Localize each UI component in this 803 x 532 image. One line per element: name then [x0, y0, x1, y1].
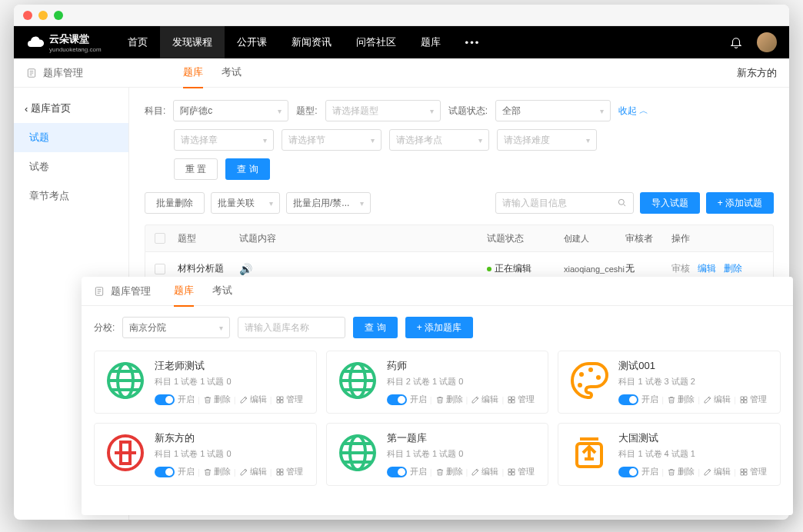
table-header: 题型 试题内容 试题状态 创建人 审核者 操作	[145, 224, 774, 252]
card-delete[interactable]: 删除	[203, 394, 231, 405]
toggle-label: 开启	[410, 466, 427, 477]
card-edit[interactable]: 编辑	[239, 394, 267, 405]
bank-name-input[interactable]	[238, 317, 345, 338]
sidebar-item-1[interactable]: 试卷	[14, 152, 128, 181]
card-delete[interactable]: 删除	[435, 466, 463, 477]
select-all-checkbox[interactable]	[155, 233, 165, 244]
import-button[interactable]: 导入试题	[640, 192, 700, 214]
toggle-open[interactable]	[155, 467, 175, 477]
query-button[interactable]: 查 询	[225, 158, 269, 180]
subheader-tab-1[interactable]: 考试	[222, 58, 242, 88]
toggle-open[interactable]	[155, 394, 175, 405]
svg-point-7	[579, 372, 584, 377]
section-select[interactable]: 请选择节▾	[282, 129, 382, 151]
reset-button[interactable]: 重 置	[174, 158, 218, 180]
chevron-left-icon: ‹	[25, 103, 28, 115]
card-manage[interactable]: 管理	[507, 394, 535, 405]
search-icon[interactable]	[617, 198, 628, 208]
subject-label: 科目:	[145, 105, 165, 118]
card-meta: 科目 1 试卷 1 试题 0	[387, 448, 539, 460]
logo[interactable]: 云朵课堂 yunduoketang.com	[26, 32, 102, 53]
bell-icon[interactable]	[729, 35, 743, 49]
nav-item-2[interactable]: 公开课	[225, 26, 279, 58]
branch-select[interactable]: 南京分院▾	[122, 317, 230, 338]
subheader-tab-0[interactable]: 题库	[183, 58, 203, 88]
action-review[interactable]: 审核	[671, 262, 690, 275]
toggle-open[interactable]	[387, 467, 407, 477]
card-meta: 科目 1 试卷 1 试题 0	[155, 448, 307, 460]
nav-item-1[interactable]: 发现课程	[160, 26, 225, 58]
bank-card: 新东方的 科目 1 试卷 1 试题 0 开启 | 删除 | 编辑 | 管理	[94, 423, 317, 486]
chapter-select[interactable]: 请选择章▾	[174, 129, 274, 151]
add-question-button[interactable]: + 添加试题	[706, 192, 774, 214]
card-delete[interactable]: 删除	[667, 466, 695, 477]
card-manage[interactable]: 管理	[739, 466, 767, 477]
batch-delete-button[interactable]: 批量删除	[145, 192, 205, 214]
subject-value: 阿萨德c	[180, 105, 212, 118]
action-edit[interactable]: 编辑	[698, 262, 716, 275]
subheader-title: 题库管理	[43, 66, 83, 80]
th-creator: 创建人	[564, 233, 625, 244]
minimize-window-icon[interactable]	[38, 11, 48, 20]
card-title: 汪老师测试	[155, 359, 307, 373]
search-input[interactable]	[495, 192, 634, 214]
toggle-label: 开启	[641, 466, 658, 477]
overlay-query-button[interactable]: 查 询	[353, 317, 397, 338]
nav-item-3[interactable]: 新闻资讯	[279, 26, 344, 58]
card-manage[interactable]: 管理	[275, 466, 303, 477]
cell-reviewer: 无	[625, 262, 671, 275]
bank-card: 药师 科目 2 试卷 1 试题 0 开启 | 删除 | 编辑 | 管理	[326, 351, 549, 414]
chevron-down-icon: ▾	[360, 199, 364, 208]
row-checkbox[interactable]	[155, 264, 165, 274]
batch-enable-select[interactable]: 批量启用/禁...▾	[286, 192, 371, 214]
card-edit[interactable]: 编辑	[703, 394, 731, 405]
difficulty-select[interactable]: 请选择难度▾	[497, 129, 597, 151]
maximize-window-icon[interactable]	[54, 11, 63, 20]
nav-item-0[interactable]: 首页	[115, 26, 160, 58]
card-manage[interactable]: 管理	[739, 394, 767, 405]
status-value: 全部	[502, 105, 521, 118]
card-edit[interactable]: 编辑	[703, 466, 731, 477]
th-content: 试题内容	[239, 232, 487, 245]
card-delete[interactable]: 删除	[667, 394, 695, 405]
card-manage[interactable]: 管理	[275, 394, 303, 405]
nav-more[interactable]: •••	[453, 26, 493, 58]
nav-item-4[interactable]: 问答社区	[344, 26, 408, 58]
sidebar-item-0[interactable]: 试题	[14, 123, 128, 152]
batch-relate-select[interactable]: 批量关联▾	[211, 192, 280, 214]
overlay-tab-1[interactable]: 考试	[212, 277, 232, 307]
type-placeholder: 请选择题型	[332, 105, 378, 118]
sidebar-back[interactable]: ‹ 题库首页	[14, 94, 128, 123]
nav-item-5[interactable]: 题库	[408, 26, 453, 58]
chevron-down-icon: ▾	[600, 107, 604, 115]
avatar[interactable]	[757, 32, 777, 52]
close-window-icon[interactable]	[23, 11, 32, 20]
toggle-open[interactable]	[618, 394, 638, 405]
card-title: 第一题库	[387, 431, 539, 445]
card-edit[interactable]: 编辑	[239, 466, 267, 477]
overlay-panel: 题库管理 题库考试 分校: 南京分院▾ 查 询 + 添加题库 汪老师测试 科目 …	[82, 277, 793, 515]
type-select[interactable]: 请选择题型▾	[325, 100, 441, 121]
card-edit[interactable]: 编辑	[471, 466, 498, 477]
chevron-down-icon: ▾	[371, 136, 375, 145]
overlay-tab-0[interactable]: 题库	[174, 277, 194, 307]
toggle-open[interactable]	[618, 467, 638, 477]
overlay-title: 题库管理	[111, 284, 151, 298]
action-delete[interactable]: 删除	[724, 262, 742, 275]
sidebar-back-label: 题库首页	[31, 101, 71, 115]
status-select[interactable]: 全部▾	[495, 100, 611, 121]
collapse-link[interactable]: 收起 ︿	[618, 105, 648, 118]
card-manage[interactable]: 管理	[507, 466, 535, 477]
card-title: 新东方的	[155, 431, 307, 445]
toggle-open[interactable]	[387, 394, 407, 405]
card-delete[interactable]: 删除	[435, 394, 463, 405]
bank-card: 测试001 科目 1 试卷 3 试题 2 开启 | 删除 | 编辑 | 管理	[558, 351, 781, 414]
card-edit[interactable]: 编辑	[471, 394, 498, 405]
sidebar-item-2[interactable]: 章节考点	[14, 181, 128, 211]
point-select[interactable]: 请选择考点▾	[389, 129, 489, 151]
add-bank-button[interactable]: + 添加题库	[405, 317, 473, 338]
card-delete[interactable]: 删除	[203, 466, 231, 477]
chevron-down-icon: ▾	[430, 107, 434, 115]
subject-select[interactable]: 阿萨德c▾	[173, 100, 288, 121]
toggle-label: 开启	[178, 466, 195, 477]
